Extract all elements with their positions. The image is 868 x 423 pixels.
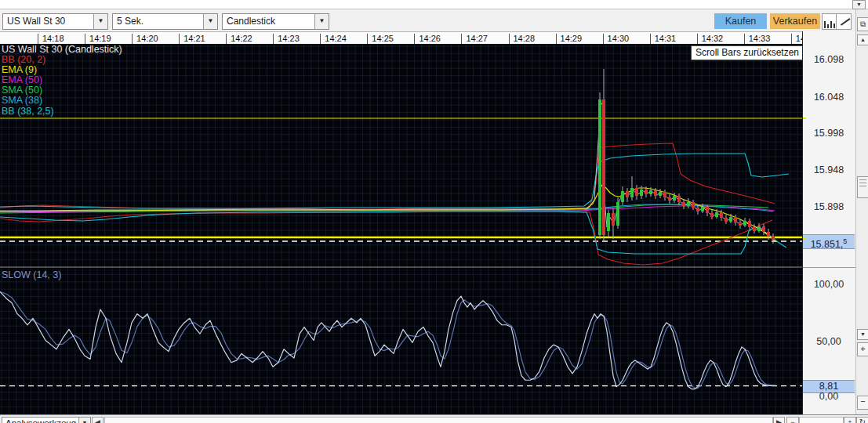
candle-body	[668, 197, 671, 201]
candle-body	[645, 190, 648, 194]
candle-body	[630, 188, 634, 197]
chevron-down-icon[interactable]: ▼	[314, 14, 329, 29]
scrollbar-thumb[interactable]	[857, 176, 868, 198]
time-tick-label: 14:26	[419, 34, 441, 43]
candle-body	[706, 207, 709, 213]
candle-body	[720, 212, 723, 218]
chart-area[interactable]: US Wall St 30 (Candlestick)BB (20, 2)EMA…	[0, 44, 802, 414]
axis-label: 15.898	[803, 201, 855, 212]
candle-body	[621, 191, 624, 202]
current-price-badge: 15.851,5	[803, 234, 855, 249]
candle-body	[602, 99, 605, 235]
time-tick	[461, 34, 462, 45]
time-tick	[273, 34, 274, 45]
time-tick	[179, 34, 180, 45]
zoom-in-horizontal-icon[interactable]: +	[844, 417, 856, 423]
candle-body	[640, 190, 643, 196]
zoom-out-horizontal-icon[interactable]: −	[786, 417, 799, 423]
time-tick-label: 14:32	[702, 34, 724, 43]
scroll-left-icon[interactable]: ◀	[92, 417, 104, 423]
buy-button[interactable]: Kaufen	[714, 13, 767, 29]
candle-body	[663, 192, 666, 197]
chevron-down-icon[interactable]: ▼	[852, 0, 866, 9]
candle-body	[725, 218, 728, 222]
time-tick-label: 14:22	[231, 34, 252, 43]
price-axis-pane[interactable]: 15.851,5 8,81 16.09816.04815.99815.94815…	[802, 31, 855, 414]
horizontal-scrollbar-track[interactable]	[104, 417, 773, 423]
time-tick-label: 14:31	[655, 34, 677, 43]
time-tick	[38, 34, 38, 45]
horizontal-zoom-track[interactable]	[799, 417, 844, 423]
indicator-legend: US Wall St 30 (Candlestick)BB (20, 2)EMA…	[2, 45, 122, 117]
time-tick	[509, 34, 510, 45]
instrument-value: US Wall St 30	[7, 16, 65, 27]
refresh-icon[interactable]: ↻	[856, 417, 868, 423]
time-tick	[226, 34, 227, 45]
chart-toolbar: US Wall St 30 ▼ 5 Sek. ▼ Candlestick ▼ K…	[0, 9, 868, 31]
candle-body	[687, 202, 690, 206]
candle-body	[729, 217, 732, 222]
zoom-in-icon[interactable]: +	[857, 342, 868, 356]
axis-label: 100,00	[803, 279, 855, 290]
scroll-up-icon[interactable]: ▲	[857, 34, 868, 45]
candle-body	[739, 222, 742, 226]
top-strip: ▼	[0, 0, 868, 9]
time-tick-label: 14:29	[561, 34, 583, 43]
analysis-tool-select[interactable]: Analysewerkzeug ▼	[2, 417, 91, 423]
instrument-select[interactable]: US Wall St 30 ▼	[2, 13, 108, 30]
chart-type-select[interactable]: Candlestick ▼	[222, 13, 329, 30]
candle-body	[734, 217, 737, 222]
chart-type-value: Candlestick	[227, 16, 275, 27]
candle-body	[654, 190, 657, 196]
level-tick	[803, 118, 806, 119]
legend-item: BB (38, 2,5)	[2, 107, 122, 117]
time-tick	[85, 34, 85, 45]
candle-body	[701, 207, 704, 212]
axis-label: 16.098	[803, 54, 855, 65]
axis-label: 15.998	[803, 128, 855, 139]
time-tick-label: 14:20	[136, 34, 158, 43]
candle-body	[612, 213, 615, 226]
chevron-down-icon[interactable]: ▼	[78, 418, 90, 423]
trading-platform-window: ▼ US Wall St 30 ▼ 5 Sek. ▼ Candlestick ▼…	[0, 0, 868, 423]
indicator-bars-icon[interactable]	[822, 13, 837, 30]
candle-body	[682, 202, 685, 206]
time-tick-label: 14	[796, 34, 802, 43]
legend-item: SMA (38)	[2, 96, 122, 106]
candle-body	[757, 226, 761, 231]
zoom-out-icon[interactable]: −	[857, 396, 868, 410]
time-tick	[791, 34, 792, 45]
time-tick	[744, 34, 745, 45]
candle-body	[673, 196, 676, 201]
time-tick-label: 14:19	[89, 34, 111, 43]
candle-body	[772, 237, 775, 240]
candle-body	[762, 226, 765, 232]
chevron-down-icon[interactable]: ▼	[93, 14, 107, 29]
time-tick	[367, 34, 368, 45]
time-tick-label: 14:30	[608, 34, 630, 43]
panel-separator	[803, 267, 855, 268]
bottom-bar: Analysewerkzeug ▼ ◀ ▶ − + ↻	[0, 414, 868, 423]
candle-body	[748, 221, 751, 227]
candle-body	[607, 213, 610, 231]
trendline-icon[interactable]	[836, 13, 852, 30]
scroll-down-icon[interactable]: ▼	[857, 329, 868, 340]
vertical-scrollbar[interactable]: ⧉ ▲ ▼ + −	[855, 9, 868, 414]
candle-body	[649, 190, 652, 194]
stochastic-label: SLOW (14, 3)	[2, 269, 61, 280]
sell-button[interactable]: Verkaufen	[770, 13, 820, 29]
time-tick-label: 14:27	[466, 34, 488, 43]
restore-window-icon[interactable]: ⧉	[857, 17, 868, 31]
candle-body	[767, 232, 770, 237]
candle-body	[753, 227, 756, 231]
reset-scrollbars-tooltip: Scroll Bars zurücksetzen	[691, 45, 804, 60]
candle-body	[659, 192, 662, 196]
time-tick-label: 14:21	[183, 34, 205, 43]
candle-body	[677, 196, 681, 202]
candle-body	[743, 221, 746, 226]
candle-body	[710, 213, 714, 217]
scroll-right-icon[interactable]: ▶	[773, 417, 785, 423]
time-tick	[132, 34, 133, 45]
interval-select[interactable]: 5 Sek. ▼	[112, 13, 218, 30]
chevron-down-icon[interactable]: ▼	[203, 14, 217, 29]
